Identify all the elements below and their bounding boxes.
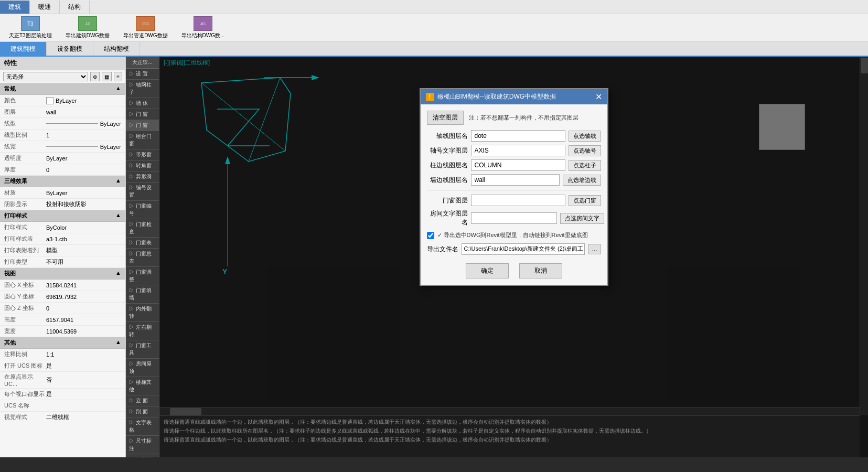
menu-door-win[interactable]: ▷ 门 窗 [126,109,159,120]
btn-select-door[interactable]: 点选门窗 [569,195,601,206]
input-room-text[interactable] [471,212,557,224]
field-row-door-layer: 门窗图层 点选门窗 [427,195,601,206]
clear-layer-btn[interactable]: 清空图层 [427,111,464,125]
prop-row-ucs-icon: 打开 UCS 图标 是 [0,360,125,372]
prop-row-cy: 圆心 Y 坐标 69819.7932 [0,291,125,303]
prop-row-linewidth: 线宽 ByLayer [0,141,125,153]
menu-stairs[interactable]: ▷ 楼梯其他 [126,377,159,395]
input-col-layer[interactable] [471,159,565,171]
prop-row-ltscale: 线型比例 1 [0,130,125,141]
field-row-wall-layer: 墙边线图层名 点选墙边线 [427,174,601,186]
prop-row-linetype: 线型 ByLayer [0,118,125,130]
toolbar-btn-t4[interactable]: JG 导出结构DWG数... [177,15,230,41]
btn-select-col[interactable]: 点选柱子 [569,160,601,171]
checkbox-row: ✓ 导出选中DWG到Revit模型里，自动链接到Revit里做底图 [427,231,601,239]
menu-dim[interactable]: ▷ 尺寸标注 [126,436,159,454]
field-row-axis-text: 轴号文字图层 点选轴号 [427,145,601,156]
section-3d: 三维效果▲ [0,176,125,187]
btn-select-room[interactable]: 点选房间文字 [560,213,604,224]
prop-btn3[interactable]: ≡ [114,72,122,81]
menu-dw-table[interactable]: ▷ 门窗表 [126,238,159,249]
modal-close-btn[interactable]: ✕ [595,93,602,101]
menu-settings[interactable]: ▷ 设 置 [126,69,159,80]
prop-row-ptype: 打印类型 不可用 [0,256,125,268]
prop-row-height: 高度 6157.9041 [0,314,125,326]
ok-button[interactable]: 确定 [466,263,509,278]
menu-sym-ann[interactable]: ▷ 符号标注 [126,454,159,457]
color-swatch [46,97,53,104]
menu-corner-win[interactable]: ▷ 转角窗 [126,160,159,171]
checkbox-label: ✓ 导出选中DWG到Revit模型里，自动链接到Revit里做底图 [437,231,588,239]
modal-titlebar: ! 橄榄山BIM翻模--读取建筑DWG中模型数据 ✕ [421,89,607,104]
warn-icon: ! [426,93,434,101]
section-view: 视图▲ [0,268,125,280]
field-row-room-text: 房间文字图层名 点选房间文字 [427,209,601,227]
prop-row-ucs-name: UCS 名称 [0,400,125,412]
menu-elevation[interactable]: ▷ 立 面 [126,395,159,406]
prop-row-pstyle-attach: 打印表附着到 模型 [0,245,125,256]
menu-dw-total[interactable]: ▷ 门窗总表 [126,249,159,267]
prop-row-width: 宽度 11004.5369 [0,326,125,337]
section-other: 其他▲ [0,337,125,349]
menu-dw-fill[interactable]: ▷ 门窗填墙 [126,285,159,304]
menu-inout-flip[interactable]: ▷ 内外翻转 [126,304,159,322]
menu-text-table[interactable]: ▷ 文字表格 [126,417,159,436]
input-door-layer[interactable] [471,195,565,206]
btn-select-axis[interactable]: 点选轴线 [569,131,601,142]
subtab-jzfm[interactable]: 建筑翻模 [0,42,47,56]
prop-row-color: 颜色 ByLayer [0,95,125,106]
input-axis-layer[interactable] [471,130,565,142]
export-checkbox[interactable] [427,232,434,239]
btn-select-axis-num[interactable]: 点选轴号 [569,145,601,156]
menu-lr-flip[interactable]: ▷ 左右翻转 [126,322,159,340]
menu-door-win2[interactable]: ▷ 门 窗 [126,120,159,131]
toolbar-btn-t1[interactable]: T3 天正T3图层前处理 [4,15,57,41]
canvas-area[interactable]: [-][俯视][二维线框] Y [159,57,868,457]
cancel-button[interactable]: 取消 [519,263,562,278]
menu-axis[interactable]: ▷ 轴网柱子 [126,80,159,98]
menu-dw-tools[interactable]: ▷ 门窗工具 [126,340,159,359]
tab-jz[interactable]: 建筑 [0,1,30,14]
tianzheng-sidebar: 天正软... ▷ 设 置 ▷ 轴网柱子 ▷ 墙 体 ▷ 门 窗 ▷ 门 窗 ▷ … [126,57,159,457]
section-general: 常规▲ [0,83,125,95]
toolbar-btn-t3[interactable]: GD 导出管道DWG数据 [119,15,172,41]
prop-row-all-vp: 每个视口都显示 是 [0,389,125,400]
browse-btn[interactable]: ... [588,244,601,254]
input-axis-text[interactable] [471,145,565,156]
no-selection-select[interactable]: 无选择 [3,72,88,81]
field-row-col-layer: 柱边线图层名 点选柱子 [427,159,601,171]
menu-num-settings[interactable]: ▷ 编号设置 [126,183,159,201]
input-wall-layer[interactable] [471,174,560,186]
modal-body: 清空图层 注：若不想翻某一列构件，不用指定其图层 轴线图层名 点选轴线 [421,104,607,285]
field-row-axis-layer: 轴线图层名 点选轴线 [427,130,601,142]
menu-strip-win[interactable]: ▷ 带形窗 [126,149,159,160]
subtab-jgfm[interactable]: 结构翻模 [93,42,140,56]
properties-panel: 特性 无选择 ⊕ ▦ ≡ 常规▲ 颜色 ByLayer 图层 wall 线型 [0,57,126,457]
tianzheng-header: 天正软... [126,57,159,69]
prop-row-cx: 圆心 X 坐标 31584.0241 [0,280,125,291]
menu-dw-check[interactable]: ▷ 门窗检查 [126,219,159,238]
subtab-sbfm[interactable]: 设备翻模 [47,42,93,56]
btn-select-wall[interactable]: 点选墙边线 [563,175,601,186]
tab-nt[interactable]: 暖通 [30,1,60,14]
menu-odd-hole[interactable]: ▷ 异形洞 [126,171,159,183]
menu-dw-adjust[interactable]: ▷ 门窗调整 [126,267,159,285]
file-row: 导出文件名 C:\Users\Frank\Desktop\新建文件夹 (2)\桌… [427,243,601,255]
prop-row-pstyle: 打印样式 ByColor [0,222,125,233]
prop-row-cz: 圆心 Z 坐标 0 [0,303,125,314]
prop-row-visual-style: 视觉样式 二维线框 [0,412,125,423]
menu-section[interactable]: ▷ 剖 面 [126,406,159,417]
menu-room-roof[interactable]: ▷ 房间屋顶 [126,359,159,377]
section-print: 打印样式▲ [0,210,125,222]
modal-overlay: ! 橄榄山BIM翻模--读取建筑DWG中模型数据 ✕ 清空图层 注：若不想翻某一… [159,57,868,457]
menu-dw-num[interactable]: ▷ 门窗编号 [126,201,159,219]
prop-btn1[interactable]: ⊕ [90,72,100,81]
prop-btn2[interactable]: ▦ [102,72,112,81]
menu-wall[interactable]: ▷ 墙 体 [126,98,159,109]
toolbar-btn-t2[interactable]: JZ 导出建筑DWG数据 [61,15,114,41]
properties-header: 特性 [0,57,125,70]
file-path-display: C:\Users\Frank\Desktop\新建文件夹 (2)\桌面工... [462,243,585,255]
prop-row-transparency: 透明度 ByLayer [0,153,125,164]
menu-combined-win[interactable]: ▷ 组合门窗 [126,131,159,149]
tab-jg[interactable]: 结构 [60,1,90,14]
